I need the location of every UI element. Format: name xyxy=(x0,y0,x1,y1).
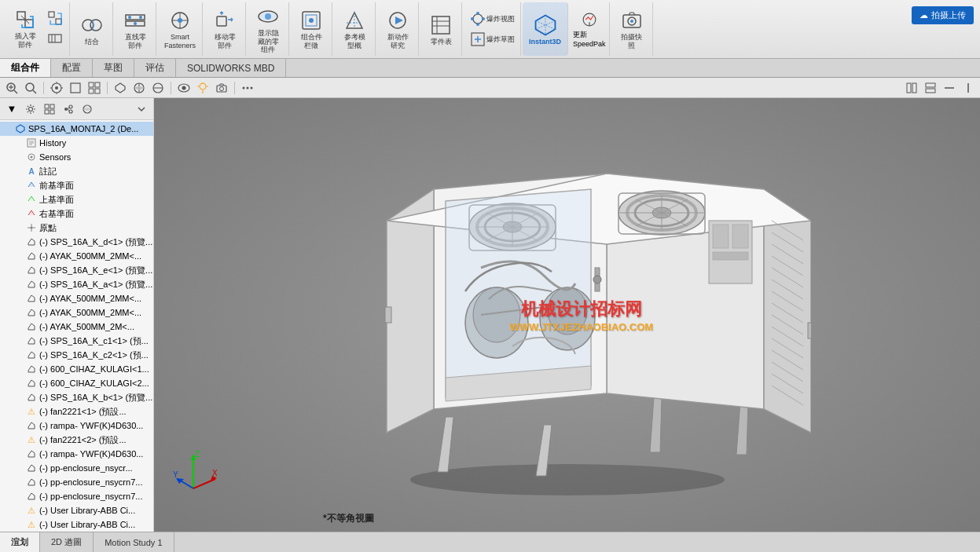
tab-mbd[interactable]: SOLIDWORKS MBD xyxy=(176,59,286,77)
panel-gear-icon[interactable] xyxy=(22,101,39,118)
tree-comp-1[interactable]: (-) SPS_16A_K_d<1> (預覽... xyxy=(0,235,153,249)
upload-button[interactable]: ☁ 拍摄上传 xyxy=(912,6,974,24)
bom-btn[interactable]: 零件表 xyxy=(424,11,458,48)
tab-evaluate[interactable]: 评估 xyxy=(134,59,176,77)
tree-annotations-item[interactable]: A 註記 xyxy=(0,164,153,178)
insert-small2-icon xyxy=(46,29,64,46)
view-right-2-btn[interactable] xyxy=(922,80,939,96)
tree-comp-warning-3[interactable]: ⚠ (-) User Library-ABB Ci... xyxy=(0,503,153,517)
view-hide-show-btn[interactable] xyxy=(175,80,193,96)
tree-comp-9-label: (-) SPS_16A_K_c2<1> (預... xyxy=(39,349,149,361)
panel-display-icon[interactable] xyxy=(79,101,96,118)
show-hide-btn[interactable]: 显示隐藏的零组件 xyxy=(251,2,285,56)
tree-right-plane-item[interactable]: 右基準面 xyxy=(0,207,153,221)
view-zoom-in-btn[interactable] xyxy=(3,80,20,96)
3d-viewport[interactable]: 机械设计招标网 WWW.JTXJEZHAOBIAO.COM Z X Y *不等角… xyxy=(154,98,980,532)
svg-point-139 xyxy=(593,276,601,283)
tree-comp-3[interactable]: (-) SPS_16A_K_e<1> (預覽... xyxy=(0,263,153,277)
view-grid-btn[interactable] xyxy=(86,80,103,96)
move-btn[interactable]: 移动零部件 xyxy=(207,6,242,52)
tree-comp-4[interactable]: (-) SPS_16A_K_a<1> (預覽... xyxy=(0,277,153,291)
main-toolbar: 插入零部件 结合 xyxy=(0,0,980,59)
tree-comp-11-icon xyxy=(25,377,38,389)
toolbar-group-instant3d: Instant3D xyxy=(523,2,568,56)
bottom-tab-motion[interactable]: Motion Study 1 xyxy=(94,532,174,552)
svg-rect-54 xyxy=(95,82,100,87)
svg-line-147 xyxy=(193,479,215,488)
tab-assembly[interactable]: 组合件 xyxy=(0,59,51,77)
toolbar-group-motion: 新动作研究 xyxy=(377,2,419,56)
tree-comp-2[interactable]: (-) AYAK_500MM_2MM<... xyxy=(0,249,153,263)
tree-comp-15-icon xyxy=(25,462,38,474)
explode-sketch-btn[interactable]: 爆炸草图 xyxy=(467,30,517,49)
view-right-1-btn[interactable] xyxy=(903,80,920,96)
tree-comp-11-label: (-) 600_CIHAZ_KULAGI<2... xyxy=(39,378,149,388)
view-lights-btn[interactable] xyxy=(194,80,211,96)
view-camera-btn[interactable] xyxy=(213,80,230,96)
svg-rect-143 xyxy=(713,252,748,260)
insert-component-btn[interactable]: 插入零部件 xyxy=(8,5,42,51)
instant3d-btn[interactable]: Instant3D xyxy=(526,11,564,48)
view-section-btn[interactable] xyxy=(149,80,167,96)
tree-comp-17[interactable]: (-) pp-enclosure_nsycrn7... xyxy=(0,489,153,503)
panel-config-icon[interactable] xyxy=(60,101,77,118)
linear-btn[interactable]: 直线零部件 xyxy=(118,6,152,52)
tree-comp-7[interactable]: (-) AYAK_500MM_2M<... xyxy=(0,320,153,334)
tree-comp-10-label: (-) 600_CIHAZ_KULAGI<1... xyxy=(39,364,149,374)
tree-comp-13[interactable]: (-) rampa- YWF(K)4D630... xyxy=(0,419,153,433)
tree-front-plane-item[interactable]: 前基準面 xyxy=(0,178,153,192)
toolbar-group-reference: 参考模型概 xyxy=(334,2,376,56)
view-right-4-btn[interactable] xyxy=(960,80,977,96)
insert-component-small2-btn[interactable] xyxy=(44,28,66,47)
tree-root-item[interactable]: SPS_16A_MONTAJ_2 (De... xyxy=(0,122,153,136)
combine-icon xyxy=(79,13,105,38)
panel-assembly-icon[interactable] xyxy=(41,101,58,118)
linear-icon xyxy=(123,8,148,33)
svg-rect-80 xyxy=(50,104,54,108)
tree-top-plane-item[interactable]: 上基準面 xyxy=(0,192,153,207)
bottom-tab-2d[interactable]: 2D 遒圖 xyxy=(40,532,94,552)
assembly-features-btn[interactable]: 组合件栏徵 xyxy=(294,6,329,52)
tree-comp-15[interactable]: (-) pp-enclosure_nsycr... xyxy=(0,461,153,475)
new-motion-btn[interactable]: 新动作研究 xyxy=(380,6,415,52)
tree-comp-14[interactable]: (-) rampa- YWF(K)4D630... xyxy=(0,447,153,461)
svg-point-14 xyxy=(139,16,142,19)
view-more-btn[interactable] xyxy=(239,80,256,96)
view-target-btn[interactable] xyxy=(48,80,65,96)
bottom-tab-render[interactable]: 渲划 xyxy=(0,532,40,552)
tree-comp-8[interactable]: (-) SPS_16A_K_c1<1> (預... xyxy=(0,334,153,348)
tree-comp-5[interactable]: (-) AYAK_500MM_2MM<... xyxy=(0,291,153,305)
view-box-btn[interactable] xyxy=(67,80,84,96)
tree-origin-item[interactable]: 原點 xyxy=(0,221,153,235)
panel-filter-icon[interactable]: ▼ xyxy=(3,101,20,118)
tree-comp-warning-2[interactable]: ⚠ (-) fan2221<2> (預設... xyxy=(0,433,153,447)
combine-btn[interactable]: 结合 xyxy=(75,11,109,48)
tree-comp-6[interactable]: (-) AYAK_500MM_2MM<... xyxy=(0,305,153,320)
view-zoom-area-btn[interactable] xyxy=(22,80,39,96)
tree-comp-warning-4[interactable]: ⚠ (-) User Library-ABB Ci... xyxy=(0,517,153,532)
snapshot-btn[interactable]: 拍摄快照 xyxy=(615,6,649,52)
tree-comp-warning-1[interactable]: ⚠ (-) fan2221<1> (預設... xyxy=(0,404,153,419)
snapshot-icon xyxy=(619,8,644,33)
tab-config[interactable]: 配置 xyxy=(51,59,93,77)
tree-comp-10[interactable]: (-) 600_CIHAZ_KULAGI<1... xyxy=(0,362,153,376)
view-orient-btn[interactable] xyxy=(112,80,129,96)
tree-sensors-item[interactable]: Sensors xyxy=(0,150,153,164)
tree-comp-11[interactable]: (-) 600_CIHAZ_KULAGI<2... xyxy=(0,376,153,390)
tree-comp-16[interactable]: (-) pp-enclosure_nsycrn7... xyxy=(0,475,153,489)
tree-comp-9[interactable]: (-) SPS_16A_K_c2<1> (預... xyxy=(0,348,153,362)
reference-btn[interactable]: 参考模型概 xyxy=(337,6,372,52)
tree-comp-5-label: (-) AYAK_500MM_2MM<... xyxy=(39,294,141,303)
tree-comp-12[interactable]: (-) SPS_16A_K_b<1> (預覽... xyxy=(0,390,153,404)
tab-sketch[interactable]: 草图 xyxy=(93,59,134,77)
insert-component-small1-btn[interactable] xyxy=(44,9,66,27)
view-right-3-btn[interactable] xyxy=(941,80,958,96)
svg-point-118 xyxy=(473,287,520,342)
smart-fasteners-btn[interactable]: SmartFasteners xyxy=(161,6,199,52)
tree-history-item[interactable]: History xyxy=(0,136,153,150)
tree-front-plane-label: 前基準面 xyxy=(39,180,74,192)
explode-sketch-icon xyxy=(469,31,486,48)
panel-expand-icon[interactable] xyxy=(133,101,150,118)
explode-view-btn[interactable]: 爆炸视图 xyxy=(467,9,517,28)
view-display-btn[interactable] xyxy=(130,80,148,96)
